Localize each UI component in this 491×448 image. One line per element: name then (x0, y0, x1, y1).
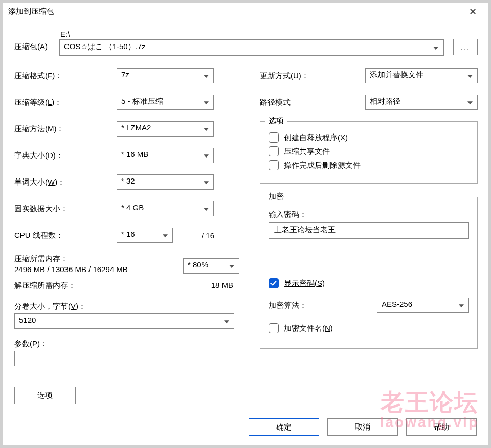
show-password-label: 显示密码(S) (284, 279, 325, 288)
encryption-group-title: 加密 (265, 192, 287, 201)
close-icon[interactable]: ✕ (462, 4, 483, 19)
threads-max: / 16 (202, 231, 214, 240)
options-button[interactable]: 选项 (14, 387, 76, 404)
delete-after-label: 操作完成后删除源文件 (284, 161, 361, 170)
threads-label: CPU 线程数： (14, 231, 117, 240)
archive-filename-combo[interactable]: COS☆ぱこ （1-50）.7z (59, 39, 444, 56)
level-label: 压缩等级(L)： (14, 98, 117, 107)
enc-method-label: 加密算法： (269, 301, 377, 310)
solid-label: 固实数据大小： (14, 204, 117, 214)
update-mode-select[interactable]: 添加并替换文件 (365, 68, 478, 83)
word-label: 单词大小(W)： (14, 177, 117, 187)
ok-button[interactable]: 确定 (249, 418, 319, 436)
archive-label: 压缩包(A) (14, 42, 50, 56)
pathmode-select[interactable]: 相对路径 (365, 95, 478, 110)
word-select[interactable]: * 32 (117, 174, 214, 190)
dict-select[interactable]: * 16 MB (117, 148, 214, 163)
archive-row: 压缩包(A) E:\ COS☆ぱこ （1-50）.7z ... (14, 30, 478, 56)
update-label: 更新方式(U)： (260, 71, 331, 81)
footer-buttons: 确定 取消 帮助 (3, 412, 488, 445)
titlebar: 添加到压缩包 ✕ (3, 3, 488, 20)
mem-compress-value: 2496 MB / 13036 MB / 16294 MB (14, 265, 183, 274)
params-input[interactable] (14, 351, 234, 366)
split-size-combo[interactable]: 5120 (14, 313, 234, 329)
show-password-checkbox[interactable] (269, 278, 279, 288)
level-select[interactable]: 5 - 标准压缩 (117, 95, 214, 110)
archive-path-prefix: E:\ (59, 30, 444, 38)
cancel-button[interactable]: 取消 (327, 418, 398, 436)
help-button[interactable]: 帮助 (406, 418, 477, 436)
dict-label: 字典大小(D)： (14, 151, 117, 161)
mem-compress-label: 压缩所需内存： (14, 254, 183, 264)
params-label: 参数(P)： (14, 339, 239, 349)
sfx-label: 创建自释放程序(X) (284, 133, 348, 143)
archive-field: E:\ COS☆ぱこ （1-50）.7z (59, 30, 444, 56)
options-group: 选项 创建自释放程序(X) 压缩共享文件 操作完成后删除源文件 (260, 121, 478, 184)
delete-after-checkbox[interactable] (269, 160, 279, 170)
encrypt-names-checkbox[interactable] (269, 323, 279, 333)
window-title: 添加到压缩包 (8, 7, 462, 16)
archive-filename: COS☆ぱこ （1-50）.7z (64, 42, 146, 51)
enc-method-select[interactable]: AES-256 (377, 298, 469, 313)
threads-select[interactable]: * 16 (117, 228, 173, 243)
browse-button[interactable]: ... (453, 39, 478, 55)
mem-decompress-value: 18 MB (178, 281, 239, 290)
right-column: 更新方式(U)： 添加并替换文件 路径模式 相对路径 选项 创建自释放程序(X) (260, 68, 478, 406)
password-label: 输入密码： (269, 210, 469, 219)
password-input[interactable] (269, 222, 469, 239)
method-label: 压缩方法(M)： (14, 124, 117, 134)
sfx-checkbox[interactable] (269, 132, 279, 143)
dialog-body: 压缩包(A) E:\ COS☆ぱこ （1-50）.7z ... 压缩格式(F)：… (3, 20, 488, 412)
encrypt-names-label: 加密文件名(N) (284, 324, 333, 333)
left-column: 压缩格式(F)： 7z 压缩等级(L)： 5 - 标准压缩 压缩方法(M)： *… (14, 68, 239, 406)
shared-label: 压缩共享文件 (284, 147, 330, 156)
solid-select[interactable]: * 4 GB (117, 201, 214, 216)
format-select[interactable]: 7z (117, 68, 214, 83)
dialog-window: 添加到压缩包 ✕ 压缩包(A) E:\ COS☆ぱこ （1-50）.7z ...… (3, 3, 488, 445)
method-select[interactable]: * LZMA2 (117, 121, 214, 137)
pathmode-label: 路径模式 (260, 98, 331, 107)
mem-decompress-label: 解压缩所需内存： (14, 281, 178, 290)
encryption-group: 加密 输入密码： 显示密码(S) 加密算法： AES-256 加密文 (260, 197, 478, 349)
split-label: 分卷大小，字节(V)： (14, 302, 239, 311)
shared-checkbox[interactable] (269, 146, 279, 156)
options-group-title: 选项 (265, 116, 287, 126)
mem-percent-select[interactable]: * 80% (183, 258, 239, 274)
format-label: 压缩格式(F)： (14, 71, 117, 81)
